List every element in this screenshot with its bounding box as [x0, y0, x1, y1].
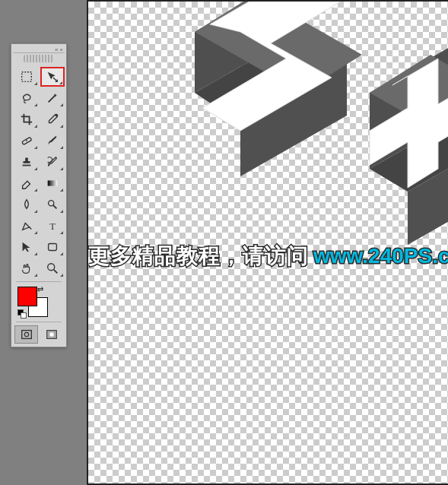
screen-mode-row: [13, 324, 65, 345]
eyedropper-tool[interactable]: [40, 109, 65, 129]
healing-brush-tool[interactable]: [14, 131, 39, 151]
swap-colors-icon[interactable]: ⇄: [37, 285, 43, 293]
tool-grid: T: [13, 65, 65, 280]
crop-tool[interactable]: [14, 109, 39, 129]
shape-tool[interactable]: [40, 237, 65, 257]
clone-stamp-tool[interactable]: [14, 152, 39, 172]
quick-mask-mode[interactable]: [40, 325, 63, 344]
svg-point-13: [49, 332, 53, 336]
document-canvas[interactable]: 更多精品教程，请访问 www.240PS.com: [87, 0, 448, 485]
color-swatches: ⇄: [16, 285, 62, 319]
svg-point-3: [26, 140, 27, 141]
panel-minimize-icon[interactable]: «: [55, 46, 58, 52]
svg-point-11: [24, 332, 28, 336]
svg-rect-0: [22, 72, 32, 82]
standard-mode[interactable]: [14, 325, 38, 344]
panel-header: « ×: [13, 46, 65, 53]
divider: [16, 322, 62, 322]
svg-point-6: [49, 201, 54, 206]
move-tool[interactable]: [40, 67, 65, 87]
pen-tool[interactable]: [14, 216, 39, 236]
svg-rect-5: [48, 180, 58, 185]
svg-rect-8: [49, 244, 57, 251]
blur-tool[interactable]: [14, 195, 39, 214]
panel-close-icon[interactable]: ×: [59, 46, 63, 52]
watermark: 更多精品教程，请访问 www.240PS.com: [88, 242, 448, 271]
svg-point-9: [48, 264, 55, 271]
path-selection-tool[interactable]: [14, 237, 39, 257]
dodge-tool[interactable]: [40, 195, 65, 214]
tools-panel: « × T ⇄: [11, 43, 67, 347]
watermark-text: 更多精品教程，请访问: [88, 242, 309, 271]
svg-point-1: [56, 114, 59, 117]
svg-rect-10: [21, 331, 31, 339]
hand-tool[interactable]: [14, 258, 39, 278]
type-tool[interactable]: T: [40, 216, 65, 236]
marquee-tool[interactable]: [14, 67, 39, 87]
magic-wand-tool[interactable]: [40, 88, 65, 108]
watermark-url: www.240PS.com: [313, 244, 448, 268]
zoom-tool[interactable]: [40, 258, 65, 278]
history-brush-tool[interactable]: [40, 152, 65, 172]
svg-rect-4: [23, 165, 31, 166]
foreground-color-swatch[interactable]: [17, 287, 37, 306]
brush-tool[interactable]: [40, 131, 65, 151]
gradient-tool[interactable]: [40, 173, 65, 193]
panel-drag-grip[interactable]: [24, 55, 54, 62]
divider: [16, 281, 62, 282]
lasso-tool[interactable]: [14, 88, 39, 108]
svg-text:T: T: [49, 221, 56, 232]
eraser-tool[interactable]: [14, 173, 39, 193]
default-colors-icon[interactable]: [17, 309, 27, 319]
